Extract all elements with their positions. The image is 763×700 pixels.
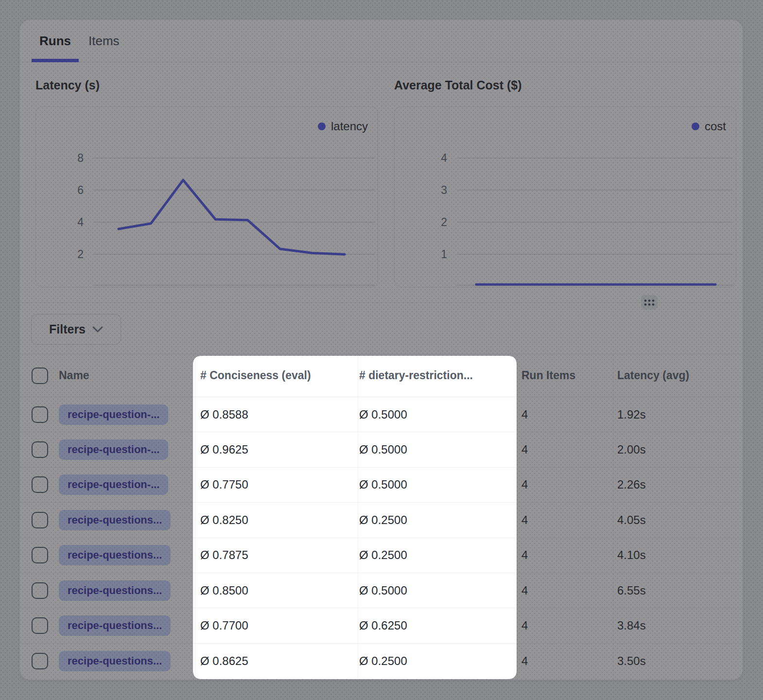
score-dietary-restriction-cell: Ø 0.6250 — [358, 608, 518, 643]
row-checkbox[interactable] — [32, 476, 48, 493]
latency-avg-cell: 4.10s — [613, 538, 743, 573]
runs-table: Name # Conciseness (eval) # dietary-rest… — [20, 354, 743, 680]
table-row[interactable]: recipe-questions...Ø 0.8625Ø 0.250043.50… — [20, 644, 743, 679]
score-conciseness-cell: Ø 0.9625 — [195, 432, 358, 467]
cost-chart: 1234 cost — [394, 106, 736, 287]
score-conciseness-cell: Ø 0.7750 — [195, 468, 358, 502]
svg-text:2: 2 — [441, 216, 447, 228]
score-dietary-restriction-cell: Ø 0.2500 — [358, 538, 518, 573]
score-conciseness-cell: Ø 0.8588 — [195, 397, 358, 432]
table-row[interactable]: recipe-question-...Ø 0.8588Ø 0.500041.92… — [20, 397, 743, 432]
run-items-cell: 4 — [518, 432, 613, 467]
column-header-latency-avg[interactable]: Latency (avg) — [613, 354, 743, 397]
score-dietary-restriction-cell: Ø 0.5000 — [358, 432, 518, 467]
table-row[interactable]: recipe-questions...Ø 0.8500Ø 0.500046.55… — [20, 573, 743, 608]
run-items-cell: 4 — [518, 538, 613, 573]
cost-legend: cost — [692, 120, 726, 133]
tab-runs[interactable]: Runs — [32, 20, 79, 62]
svg-text:6: 6 — [77, 184, 84, 196]
column-header-conciseness[interactable]: # Conciseness (eval) — [195, 354, 358, 397]
run-items-cell: 4 — [518, 573, 613, 608]
section-divider — [20, 302, 743, 303]
drag-dots-icon — [643, 298, 655, 307]
latency-chart: 2468 latency — [35, 106, 378, 287]
column-header-dietary-restriction[interactable]: # dietary-restriction... — [358, 354, 518, 397]
row-checkbox[interactable] — [32, 441, 48, 458]
score-conciseness-cell: Ø 0.8625 — [195, 644, 358, 679]
row-checkbox[interactable] — [32, 653, 48, 669]
filters-button-label: Filters — [49, 322, 86, 336]
row-checkbox[interactable] — [32, 617, 48, 634]
cost-chart-title: Average Total Cost ($) — [394, 78, 522, 92]
run-items-cell: 4 — [518, 468, 613, 502]
score-conciseness-cell: Ø 0.8500 — [195, 573, 358, 608]
score-dietary-restriction-cell: Ø 0.2500 — [358, 503, 518, 537]
tab-bar: Runs Items — [20, 20, 743, 62]
run-name-badge[interactable]: recipe-questions... — [59, 580, 171, 601]
run-items-cell: 4 — [518, 503, 613, 537]
row-checkbox[interactable] — [32, 582, 48, 599]
run-items-cell: 4 — [518, 644, 613, 679]
table-row[interactable]: recipe-question-...Ø 0.9625Ø 0.500042.00… — [20, 432, 743, 467]
run-items-cell: 4 — [518, 397, 613, 432]
latency-avg-cell: 1.92s — [613, 397, 743, 432]
latency-avg-cell: 2.26s — [613, 468, 743, 502]
latency-avg-cell: 3.84s — [613, 608, 743, 643]
svg-text:2: 2 — [77, 248, 84, 261]
score-dietary-restriction-cell: Ø 0.5000 — [358, 573, 518, 608]
svg-text:8: 8 — [77, 152, 84, 164]
filters-button[interactable]: Filters — [31, 314, 121, 345]
select-all-checkbox[interactable] — [32, 368, 48, 384]
tab-items[interactable]: Items — [81, 20, 127, 62]
table-header-row: Name # Conciseness (eval) # dietary-rest… — [20, 354, 743, 397]
cost-legend-label: cost — [705, 120, 726, 133]
svg-text:4: 4 — [441, 152, 447, 164]
run-name-badge[interactable]: recipe-question-... — [59, 474, 168, 495]
row-checkbox[interactable] — [32, 406, 48, 423]
svg-text:1: 1 — [441, 248, 447, 261]
score-dietary-restriction-cell: Ø 0.5000 — [358, 397, 518, 432]
app-root: Runs Items Latency (s) Average Total Cos… — [0, 0, 763, 700]
score-dietary-restriction-cell: Ø 0.2500 — [358, 644, 518, 679]
cost-legend-dot-icon — [692, 122, 699, 130]
column-header-name[interactable]: Name — [48, 354, 195, 397]
table-row[interactable]: recipe-questions...Ø 0.7700Ø 0.625043.84… — [20, 608, 743, 643]
latency-avg-cell: 4.05s — [613, 503, 743, 537]
score-conciseness-cell: Ø 0.8250 — [195, 503, 358, 537]
svg-text:4: 4 — [77, 216, 84, 228]
run-name-badge[interactable]: recipe-questions... — [59, 615, 171, 636]
column-header-run-items[interactable]: Run Items — [518, 354, 613, 397]
run-name-badge[interactable]: recipe-questions... — [59, 510, 171, 530]
run-items-cell: 4 — [518, 608, 613, 643]
score-conciseness-cell: Ø 0.7875 — [195, 538, 358, 573]
resize-drag-handle[interactable] — [641, 295, 658, 310]
latency-avg-cell: 6.55s — [613, 573, 743, 608]
score-conciseness-cell: Ø 0.7700 — [195, 608, 358, 643]
latency-legend-dot-icon — [318, 122, 326, 130]
table-row[interactable]: recipe-questions...Ø 0.7875Ø 0.250044.10… — [20, 538, 743, 573]
table-body: recipe-question-...Ø 0.8588Ø 0.500041.92… — [20, 397, 743, 679]
svg-text:3: 3 — [441, 184, 447, 196]
score-dietary-restriction-cell: Ø 0.5000 — [358, 468, 518, 502]
row-checkbox[interactable] — [32, 512, 48, 528]
row-checkbox[interactable] — [32, 547, 48, 563]
latency-avg-cell: 2.00s — [613, 432, 743, 467]
latency-legend: latency — [318, 120, 368, 133]
table-row[interactable]: recipe-questions...Ø 0.8250Ø 0.250044.05… — [20, 503, 743, 538]
run-name-badge[interactable]: recipe-question-... — [59, 404, 168, 425]
latency-avg-cell: 3.50s — [613, 644, 743, 679]
chevron-down-icon — [92, 326, 103, 333]
run-name-badge[interactable]: recipe-question-... — [59, 439, 168, 460]
run-name-badge[interactable]: recipe-questions... — [59, 545, 171, 565]
latency-legend-label: latency — [331, 120, 368, 133]
latency-chart-title: Latency (s) — [35, 78, 100, 92]
runs-panel: Runs Items Latency (s) Average Total Cos… — [19, 19, 743, 680]
run-name-badge[interactable]: recipe-questions... — [59, 651, 171, 671]
table-row[interactable]: recipe-question-...Ø 0.7750Ø 0.500042.26… — [20, 468, 743, 503]
latency-line-chart: 2468 — [36, 107, 378, 286]
cost-line-chart: 1234 — [395, 107, 736, 286]
